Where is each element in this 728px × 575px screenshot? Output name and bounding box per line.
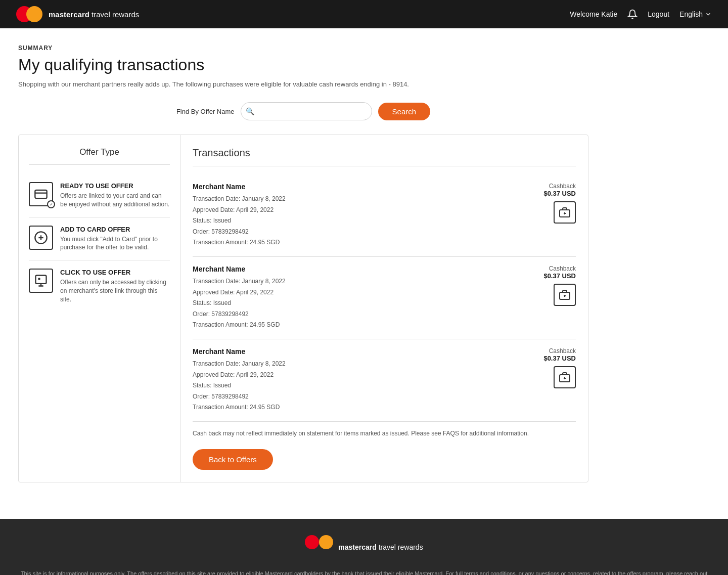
main-content: SUMMARY My qualifying transactions Shopp… (0, 28, 607, 499)
offer-text-add-to-card: ADD TO CARD OFFER You must click "Add to… (60, 226, 170, 252)
transaction-right-3: Cashback $0.37 USD (543, 347, 576, 388)
transaction-details-1: Merchant Name Transaction Date: January … (193, 183, 286, 248)
add-to-card-icon (29, 226, 53, 250)
click-to-use-icon (29, 269, 53, 293)
offer-item-add-to-card: ADD TO CARD OFFER You must click "Add to… (29, 217, 170, 261)
offer-item-click-to-use: CLICK TO USE OFFER Offers can only be ac… (29, 260, 170, 312)
search-label: Find By Offer Name (176, 108, 235, 115)
transaction-details-3: Merchant Name Transaction Date: January … (193, 347, 286, 413)
table-row: Merchant Name Transaction Date: January … (193, 339, 576, 422)
transaction-right-2: Cashback $0.37 USD (543, 265, 576, 306)
offer-text-click-to-use: CLICK TO USE OFFER Offers can only be ac… (60, 269, 170, 303)
header-right: Welcome Katie Logout English (570, 9, 712, 19)
footer-brand: mastercard travel rewards (338, 543, 423, 551)
back-to-offers-button[interactable]: Back to Offers (193, 449, 273, 470)
search-bar: Find By Offer Name 🔍 Search (18, 102, 588, 120)
table-row: Merchant Name Transaction Date: January … (193, 174, 576, 257)
offer-item-ready-to-use: ✓ READY TO USE OFFER Offers are linked t… (29, 174, 170, 217)
ready-to-use-icon: ✓ (29, 182, 53, 206)
cashback-note: Cash back may not reflect immediately on… (193, 422, 576, 441)
transactions-title: Transactions (193, 147, 576, 166)
cashback-label-2: Cashback $0.37 USD (543, 265, 576, 280)
mastercard-logo (16, 6, 42, 22)
page-description: Shopping with our merchant partners real… (18, 80, 588, 88)
svg-rect-0 (35, 190, 47, 198)
brand-name: mastercard travel rewards (49, 10, 139, 19)
table-row: Merchant Name Transaction Date: January … (193, 257, 576, 339)
footer-logo-circle-orange (319, 535, 333, 549)
page-title: My qualifying transactions (18, 56, 588, 74)
search-icon: 🔍 (246, 107, 254, 115)
footer-mc-logo (305, 535, 333, 549)
cashback-label-3: Cashback $0.37 USD (543, 347, 576, 362)
search-button[interactable]: Search (378, 103, 431, 120)
header: mastercard travel rewards Welcome Katie … (0, 0, 728, 28)
cashback-label-1: Cashback $0.37 USD (543, 183, 576, 197)
transactions-panel: Transactions Merchant Name Transaction D… (180, 135, 588, 482)
transaction-details-2: Merchant Name Transaction Date: January … (193, 265, 286, 331)
transaction-right-1: Cashback $0.37 USD (543, 183, 576, 224)
search-input[interactable] (241, 102, 372, 120)
two-column-layout: Offer Type ✓ READY TO USE OFFER Offers a… (18, 135, 588, 482)
check-icon: ✓ (47, 200, 55, 208)
logo-circle-orange (26, 6, 42, 22)
transaction-icon-2 (554, 284, 576, 306)
svg-point-6 (38, 279, 39, 280)
header-left: mastercard travel rewards (16, 6, 139, 22)
svg-rect-5 (36, 276, 47, 284)
transaction-icon-1 (554, 201, 576, 224)
search-input-wrap: 🔍 (241, 102, 372, 120)
offer-text-ready-to-use: READY TO USE OFFER Offers are linked to … (60, 182, 170, 209)
transaction-icon-3 (554, 366, 576, 388)
bell-icon[interactable] (627, 9, 638, 19)
welcome-text: Welcome Katie (570, 10, 617, 18)
footer-disclaimer: This site is for informational purposes … (18, 569, 710, 575)
footer-logo-circle-red (305, 535, 319, 549)
footer: mastercard travel rewards This site is f… (0, 519, 728, 575)
offer-type-panel: Offer Type ✓ READY TO USE OFFER Offers a… (19, 135, 180, 482)
language-selector[interactable]: English (679, 10, 712, 18)
summary-label: SUMMARY (18, 45, 588, 52)
chevron-down-icon (705, 11, 712, 18)
offer-type-title: Offer Type (29, 147, 170, 165)
logout-button[interactable]: Logout (648, 10, 669, 18)
footer-logo: mastercard travel rewards (18, 535, 710, 559)
